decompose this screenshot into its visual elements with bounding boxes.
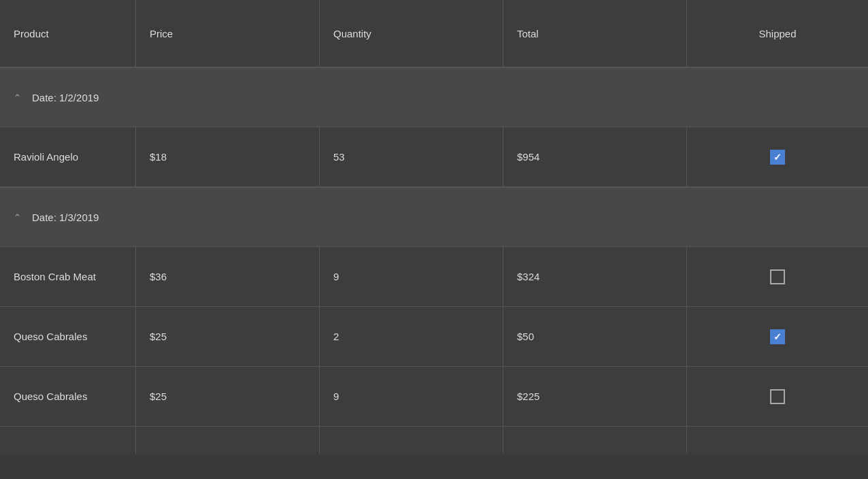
group-row-1[interactable]: ⌃ Date: 1/2/2019 (0, 67, 868, 127)
group-date-2: Date: 1/3/2019 (32, 212, 99, 223)
table-header: Product Price Quantity Total Shipped (0, 0, 868, 67)
group-date-1: Date: 1/2/2019 (32, 92, 99, 103)
shipped-checkbox-4[interactable] (770, 389, 785, 404)
cell-total: $954 (503, 127, 687, 186)
partial-cell-3 (320, 427, 503, 454)
partial-row (0, 427, 868, 454)
cell-product: Queso Cabrales (0, 367, 136, 426)
shipped-checkbox-wrapper (701, 389, 854, 404)
cell-shipped (687, 367, 868, 426)
shipped-checkbox-wrapper (701, 150, 854, 165)
cell-price: $36 (136, 247, 320, 306)
header-price: Price (136, 0, 320, 67)
partial-cell-5 (687, 427, 868, 454)
chevron-up-icon-2: ⌃ (14, 212, 21, 222)
cell-shipped (687, 247, 868, 306)
cell-quantity: 9 (320, 247, 503, 306)
shipped-checkbox-wrapper (701, 269, 854, 284)
header-product: Product (0, 0, 136, 67)
cell-shipped (687, 307, 868, 366)
cell-quantity: 53 (320, 127, 503, 186)
partial-cell-4 (503, 427, 687, 454)
chevron-up-icon: ⌃ (14, 93, 21, 103)
cell-product: Queso Cabrales (0, 307, 136, 366)
table-row: Queso Cabrales $25 9 $225 (0, 367, 868, 427)
cell-quantity: 2 (320, 307, 503, 366)
cell-total: $225 (503, 367, 687, 426)
header-total: Total (503, 0, 687, 67)
cell-product: Ravioli Angelo (0, 127, 136, 186)
cell-quantity: 9 (320, 367, 503, 426)
cell-total: $324 (503, 247, 687, 306)
table-row: Queso Cabrales $25 2 $50 (0, 307, 868, 367)
cell-price: $25 (136, 367, 320, 426)
orders-table: Product Price Quantity Total Shipped ⌃ D… (0, 0, 868, 479)
cell-shipped (687, 127, 868, 186)
header-shipped: Shipped (687, 0, 868, 67)
cell-total: $50 (503, 307, 687, 366)
shipped-checkbox-wrapper (701, 329, 854, 344)
shipped-checkbox-2[interactable] (770, 269, 785, 284)
partial-cell-2 (136, 427, 320, 454)
cell-product: Boston Crab Meat (0, 247, 136, 306)
shipped-checkbox-3[interactable] (770, 329, 785, 344)
partial-cell-1 (0, 427, 136, 454)
cell-price: $25 (136, 307, 320, 366)
group-row-2[interactable]: ⌃ Date: 1/3/2019 (0, 187, 868, 247)
header-quantity: Quantity (320, 0, 503, 67)
table-row: Ravioli Angelo $18 53 $954 (0, 127, 868, 187)
cell-price: $18 (136, 127, 320, 186)
shipped-checkbox-1[interactable] (770, 150, 785, 165)
table-row: Boston Crab Meat $36 9 $324 (0, 247, 868, 307)
